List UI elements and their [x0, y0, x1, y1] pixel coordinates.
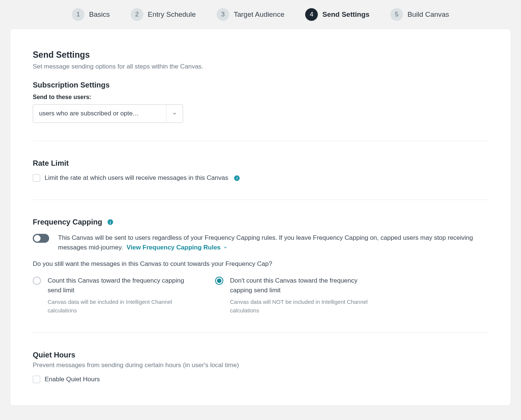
radio-count-toward-cap[interactable]: Count this Canvas toward the frequency c… [33, 276, 193, 315]
step-number: 5 [390, 8, 403, 21]
quiet-hours-checkbox-row: Enable Quiet Hours [33, 376, 488, 383]
step-label: Entry Schedule [148, 10, 196, 19]
subscription-field-label: Send to these users: [33, 94, 488, 101]
radio-text-block: Don't count this Canvas toward the frequ… [230, 276, 375, 315]
radio-title: Don't count this Canvas toward the frequ… [230, 276, 375, 295]
radio-text-block: Count this Canvas toward the frequency c… [48, 276, 193, 315]
view-frequency-rules-link[interactable]: View Frequency Capping Rules [127, 243, 228, 252]
page-title: Send Settings [33, 50, 488, 60]
subscription-select[interactable]: users who are subscribed or opte… [33, 104, 183, 123]
divider [33, 200, 488, 200]
step-label: Target Audience [234, 10, 284, 19]
frequency-toggle-text: This Canvas will be sent to users regard… [58, 233, 488, 252]
link-label: View Frequency Capping Rules [127, 243, 221, 252]
quiet-hours-checkbox[interactable] [33, 376, 40, 383]
quiet-hours-subtitle: Prevent messages from sending during cer… [33, 362, 488, 369]
chevron-down-icon [223, 245, 228, 250]
step-number: 2 [131, 8, 143, 21]
subscription-heading: Subscription Settings [33, 81, 488, 89]
radio-input[interactable] [215, 277, 223, 285]
main-card: Send Settings Set message sending option… [10, 29, 511, 405]
frequency-radio-group: Count this Canvas toward the frequency c… [33, 276, 488, 315]
page-subtitle: Set message sending options for all step… [33, 63, 488, 70]
frequency-heading: Frequency Capping [33, 218, 102, 226]
chevron-down-icon [166, 111, 183, 116]
frequency-toggle-row: This Canvas will be sent to users regard… [33, 233, 488, 252]
subscription-selected-value: users who are subscribed or opte… [33, 105, 166, 122]
divider [33, 141, 488, 141]
frequency-question: Do you still want the messages in this C… [33, 260, 488, 268]
step-number: 4 [305, 8, 318, 21]
info-icon[interactable]: i [108, 219, 113, 225]
step-label: Basics [89, 10, 110, 19]
step-send-settings[interactable]: 4 Send Settings [305, 8, 370, 21]
radio-title: Count this Canvas toward the frequency c… [48, 276, 193, 295]
rate-limit-checkbox[interactable] [33, 174, 40, 182]
quiet-hours-heading: Quiet Hours [33, 351, 488, 359]
radio-input[interactable] [33, 277, 41, 285]
frequency-description: This Canvas will be sent to users regard… [58, 234, 473, 251]
step-entry-schedule[interactable]: 2 Entry Schedule [131, 8, 196, 21]
step-label: Send Settings [322, 10, 370, 19]
radio-desc: Canvas data will NOT be included in Inte… [230, 298, 375, 315]
quiet-hours-checkbox-label: Enable Quiet Hours [45, 376, 100, 383]
radio-desc: Canvas data will be included in Intellig… [48, 298, 193, 315]
toggle-knob [34, 235, 41, 242]
divider [33, 332, 488, 333]
rate-limit-heading: Rate Limit [33, 159, 488, 168]
step-number: 1 [72, 8, 84, 21]
step-target-audience[interactable]: 3 Target Audience [217, 8, 284, 21]
radio-dont-count-toward-cap[interactable]: Don't count this Canvas toward the frequ… [215, 276, 375, 315]
step-number: 3 [217, 8, 229, 21]
info-icon[interactable]: i [234, 175, 240, 181]
frequency-toggle[interactable] [33, 234, 49, 243]
step-basics[interactable]: 1 Basics [72, 8, 110, 21]
step-label: Build Canvas [407, 10, 449, 19]
step-build-canvas[interactable]: 5 Build Canvas [390, 8, 449, 21]
stepper: 1 Basics 2 Entry Schedule 3 Target Audie… [0, 0, 521, 29]
rate-limit-checkbox-row: Limit the rate at which users will recei… [33, 174, 488, 182]
rate-limit-checkbox-label: Limit the rate at which users will recei… [45, 174, 228, 182]
frequency-heading-row: Frequency Capping i [33, 218, 488, 226]
